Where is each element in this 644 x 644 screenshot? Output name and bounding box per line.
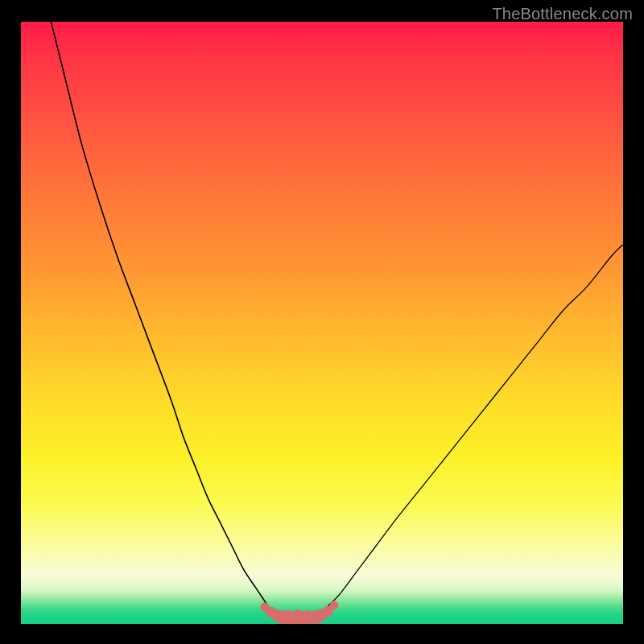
watermark-label: TheBottleneck.com [492, 5, 633, 23]
curve-right-path [328, 245, 623, 606]
valley-markers-group [260, 601, 338, 624]
plot-area [21, 22, 623, 624]
curve-left-path [51, 22, 267, 606]
valley-marker-dot [329, 601, 338, 609]
chart-frame: TheBottleneck.com [0, 0, 644, 644]
curve-overlay [21, 22, 623, 624]
